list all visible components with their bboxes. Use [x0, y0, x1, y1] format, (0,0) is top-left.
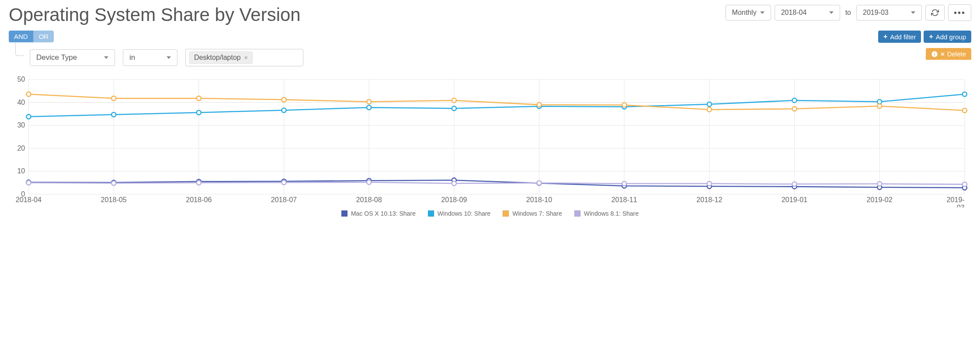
chart-marker[interactable] [197, 110, 201, 115]
x-tick-label: 2018-06 [186, 196, 212, 203]
svg-text:i: i [934, 52, 935, 56]
date-from-dropdown[interactable]: 2018-04 [775, 5, 840, 21]
chart-marker[interactable] [792, 98, 796, 103]
legend-label: Windows 8.1: Share [584, 210, 639, 217]
chart-marker[interactable] [452, 106, 456, 110]
chart-marker[interactable] [707, 107, 712, 112]
date-to-dropdown[interactable]: 2019-03 [856, 5, 922, 21]
date-from-label: 2018-04 [781, 9, 807, 17]
legend-item[interactable]: Windows 8.1: Share [574, 210, 639, 217]
chevron-down-icon [104, 56, 108, 59]
chart-marker[interactable] [281, 180, 286, 185]
filter-bar: AND OR + Add filter + Add group [9, 31, 971, 43]
x-tick-label: 2019-01 [782, 196, 807, 203]
add-filter-label: Add filter [890, 33, 916, 41]
legend-swatch [428, 210, 434, 217]
andor-toggle: AND OR [9, 31, 54, 42]
chart-marker[interactable] [367, 100, 371, 104]
date-controls: Monthly 2018-04 to 2019-03 ••• [726, 4, 971, 21]
chart-marker[interactable] [367, 180, 371, 184]
legend-label: Windows 10: Share [438, 210, 490, 217]
x-tick-label: 2018-08 [356, 196, 382, 203]
x-tick-label: 2018-12 [696, 196, 722, 203]
y-tick-label: 30 [17, 121, 25, 129]
x-tick-label: 2018-09 [441, 196, 467, 203]
chart-legend: Mac OS X 10.13: ShareWindows 10: ShareWi… [9, 210, 971, 217]
chart-marker[interactable] [452, 98, 456, 103]
more-button[interactable]: ••• [948, 4, 971, 21]
to-label: to [844, 9, 853, 17]
legend-item[interactable]: Windows 7: Share [503, 210, 562, 217]
legend-swatch [503, 210, 509, 217]
chart-marker[interactable] [537, 181, 541, 185]
filter-chip-label: Desktop/laptop [194, 54, 241, 62]
plus-icon: + [883, 33, 887, 41]
x-tick-label: 2018-10 [526, 196, 552, 203]
y-tick-label: 50 [17, 75, 25, 83]
filter-operator-label: in [129, 53, 135, 62]
chart-area: 010203040502018-042018-052018-062018-072… [9, 75, 971, 217]
chart-marker[interactable] [26, 180, 31, 185]
chart-marker[interactable] [792, 107, 796, 111]
legend-label: Mac OS X 10.13: Share [351, 210, 416, 217]
chart-line [28, 94, 964, 117]
more-icon: ••• [954, 8, 966, 17]
info-icon: i [931, 51, 938, 58]
chart-marker[interactable] [622, 103, 626, 107]
legend-swatch [574, 210, 580, 217]
chart-marker[interactable] [111, 96, 116, 100]
granularity-dropdown[interactable]: Monthly [726, 5, 771, 21]
granularity-label: Monthly [732, 9, 757, 17]
chart-marker[interactable] [707, 182, 712, 186]
chart-marker[interactable] [963, 92, 967, 96]
add-filter-button[interactable]: + Add filter [878, 31, 921, 43]
chart-marker[interactable] [877, 104, 882, 108]
delete-filter-button[interactable]: i × Delete [926, 48, 971, 60]
chart-marker[interactable] [281, 108, 286, 112]
chart-marker[interactable] [963, 182, 967, 186]
x-tick-label: 2018-04 [16, 196, 42, 203]
legend-item[interactable]: Mac OS X 10.13: Share [341, 210, 416, 217]
chart-marker[interactable] [26, 114, 31, 119]
delete-label: Delete [947, 50, 966, 58]
chart-marker[interactable] [792, 182, 796, 186]
filter-field-dropdown[interactable]: Device Type [30, 49, 115, 66]
filter-row-wrapper: Device Type in Desktop/laptop × i × Dele… [9, 45, 971, 70]
legend-item[interactable]: Windows 10: Share [428, 210, 490, 217]
legend-label: Windows 7: Share [512, 210, 562, 217]
chart-marker[interactable] [281, 97, 286, 102]
plus-icon: + [929, 33, 933, 41]
chart-marker[interactable] [537, 103, 541, 107]
chart-marker[interactable] [963, 108, 967, 113]
chart-marker[interactable] [622, 182, 626, 186]
x-tick-label: 2019- [947, 196, 965, 203]
chart-line [28, 182, 964, 184]
x-tick-label: 2018-05 [101, 196, 126, 203]
chart-marker[interactable] [877, 100, 882, 104]
chip-remove-icon[interactable]: × [244, 54, 248, 61]
add-group-button[interactable]: + Add group [924, 31, 971, 43]
chart-marker[interactable] [197, 180, 201, 185]
chart-marker[interactable] [111, 181, 116, 185]
chart-marker[interactable] [707, 102, 712, 107]
chevron-down-icon [167, 56, 171, 59]
page-title: Operating System Share by Version [9, 4, 301, 25]
filter-values-input[interactable]: Desktop/laptop × [185, 49, 303, 66]
date-to-label: 2019-03 [863, 9, 889, 17]
filter-chip: Desktop/laptop × [189, 52, 253, 64]
and-button[interactable]: AND [9, 31, 34, 42]
refresh-button[interactable] [925, 5, 945, 21]
y-tick-label: 10 [17, 167, 25, 175]
or-button[interactable]: OR [34, 31, 54, 42]
y-tick-label: 20 [17, 144, 25, 152]
add-group-label: Add group [936, 33, 966, 41]
chart-marker[interactable] [26, 92, 31, 96]
chart-marker[interactable] [877, 182, 882, 186]
close-icon: × [941, 50, 945, 58]
chart-marker[interactable] [197, 96, 201, 100]
filter-operator-dropdown[interactable]: in [123, 49, 177, 66]
chart-marker[interactable] [111, 112, 116, 117]
chart-marker[interactable] [367, 105, 371, 110]
x-tick-label: 2018-11 [612, 196, 637, 203]
chart-marker[interactable] [452, 181, 456, 186]
